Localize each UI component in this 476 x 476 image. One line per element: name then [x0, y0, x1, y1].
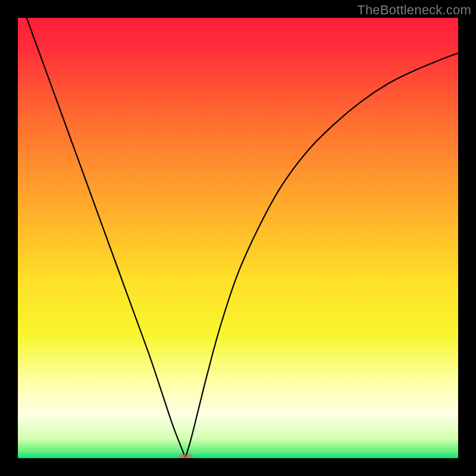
outer-black-frame: TheBottleneck.com	[0, 0, 476, 476]
plot-area	[18, 18, 458, 458]
chart-svg	[18, 18, 458, 458]
chart-background	[18, 18, 458, 458]
watermark-text: TheBottleneck.com	[357, 2, 471, 18]
